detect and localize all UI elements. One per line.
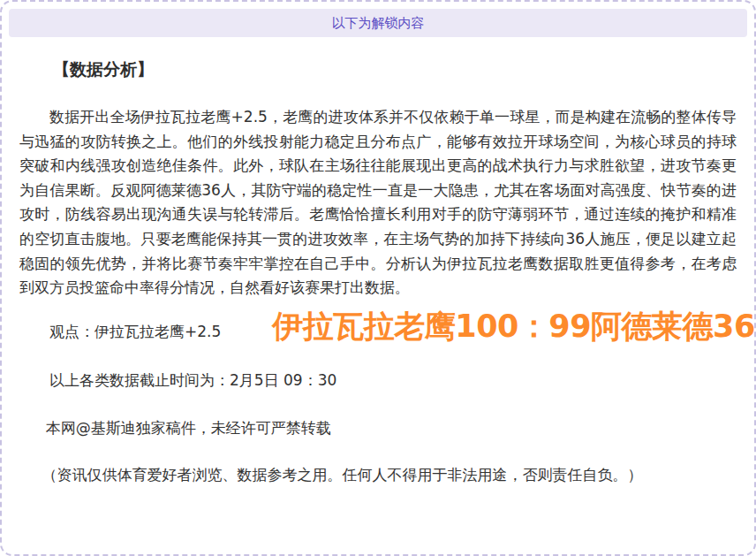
disclaimer-notice: （资讯仅供体育爱好者浏览、数据参考之用。任何人不得用于非法用途，否则责任自负。） bbox=[19, 463, 737, 488]
viewpoint-label: 观点：伊拉瓦拉老鹰+2.5 bbox=[49, 323, 221, 340]
unlock-notice-banner: 以下为解锁内容 bbox=[9, 9, 747, 37]
score-prediction: 伊拉瓦拉老鹰100：99阿德莱德36人 bbox=[242, 308, 756, 344]
viewpoint-line: 观点：伊拉瓦拉老鹰+2.5伊拉瓦拉老鹰100：99阿德莱德36人 bbox=[19, 308, 737, 344]
unlocked-content-panel: 以下为解锁内容 【数据分析】 数据开出全场伊拉瓦拉老鹰+2.5，老鹰的进攻体系并… bbox=[0, 0, 756, 556]
data-cutoff-time: 以上各类数据截止时间为：2月5日 09：30 bbox=[19, 369, 737, 393]
copyright-notice: 本网@基斯迪独家稿件，未经许可严禁转载 bbox=[19, 416, 737, 441]
section-title-data-analysis: 【数据分析】 bbox=[19, 58, 737, 81]
analysis-paragraph: 数据开出全场伊拉瓦拉老鹰+2.5，老鹰的进攻体系并不仅依赖于单一球星，而是构建在… bbox=[19, 105, 737, 301]
analysis-content: 【数据分析】 数据开出全场伊拉瓦拉老鹰+2.5，老鹰的进攻体系并不仅依赖于单一球… bbox=[2, 58, 754, 488]
